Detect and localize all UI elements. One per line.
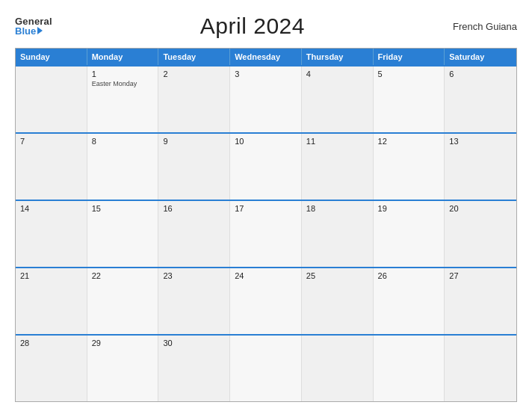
cell-w1-mon: 1 Easter Monday (87, 67, 159, 132)
day-number: 29 (92, 339, 154, 347)
cell-w1-thu: 4 (302, 67, 374, 132)
calendar-title: April 2024 (200, 13, 305, 39)
day-number: 23 (163, 271, 225, 280)
day-number: 19 (378, 204, 440, 213)
week-5: 28 29 30 (16, 334, 516, 401)
day-number: 3 (235, 69, 297, 78)
cell-w2-wed: 10 (230, 134, 302, 200)
day-number: 21 (20, 271, 82, 280)
calendar-page: General Blue April 2024 French Guiana Su… (0, 0, 532, 411)
header-thursday: Thursday (302, 49, 374, 65)
cell-w4-sat: 27 (445, 268, 516, 334)
day-number: 20 (449, 204, 512, 213)
day-number: 26 (378, 271, 440, 280)
day-number: 22 (92, 271, 154, 280)
day-number: 15 (92, 204, 154, 213)
header-friday: Friday (374, 49, 445, 65)
week-3: 14 15 16 17 18 19 20 (16, 200, 516, 267)
day-number: 4 (306, 69, 368, 78)
region-label: French Guiana (453, 21, 517, 32)
day-number: 1 (92, 69, 154, 78)
day-number: 7 (20, 137, 82, 146)
header-tuesday: Tuesday (158, 49, 230, 65)
cell-w1-wed: 3 (230, 67, 302, 132)
cell-w5-sun: 28 (16, 336, 87, 401)
cell-w4-wed: 24 (230, 268, 302, 334)
calendar-grid: Sunday Monday Tuesday Wednesday Thursday… (15, 48, 517, 402)
calendar-body: 1 Easter Monday 2 3 4 5 6 (16, 65, 516, 401)
day-number: 17 (235, 204, 297, 213)
cell-w4-fri: 26 (374, 268, 445, 334)
day-number: 5 (378, 69, 440, 78)
cell-w4-thu: 25 (302, 268, 374, 334)
day-number: 24 (235, 271, 297, 280)
day-number: 8 (92, 137, 154, 146)
cell-w4-sun: 21 (16, 268, 87, 334)
day-number: 16 (163, 204, 225, 213)
day-number: 2 (163, 69, 225, 78)
cell-w5-tue: 30 (158, 336, 230, 401)
logo-blue-area: Blue (15, 26, 43, 36)
cell-w1-sun (16, 67, 87, 132)
day-number: 6 (449, 69, 512, 78)
cell-w1-sat: 6 (445, 67, 516, 132)
day-number: 30 (163, 339, 225, 347)
day-number: 25 (306, 271, 368, 280)
logo: General Blue (15, 16, 52, 36)
cell-w2-thu: 11 (302, 134, 374, 200)
cell-w1-fri: 5 (374, 67, 445, 132)
week-4: 21 22 23 24 25 26 27 (16, 267, 516, 334)
header-sunday: Sunday (16, 49, 87, 65)
day-number: 10 (235, 137, 297, 146)
day-number: 14 (20, 204, 82, 213)
holiday-label: Easter Monday (92, 80, 154, 88)
cell-w5-wed (230, 336, 302, 401)
day-number: 13 (449, 137, 512, 146)
cell-w4-tue: 23 (158, 268, 230, 334)
cell-w2-sat: 13 (445, 134, 516, 200)
cell-w4-mon: 22 (87, 268, 159, 334)
cell-w3-sat: 20 (445, 201, 516, 267)
day-number: 18 (306, 204, 368, 213)
cell-w5-fri (374, 336, 445, 401)
day-number: 12 (378, 137, 440, 146)
cell-w5-thu (302, 336, 374, 401)
cell-w2-tue: 9 (158, 134, 230, 200)
cell-w3-thu: 18 (302, 201, 374, 267)
cell-w5-sat (445, 336, 516, 401)
calendar-header: Sunday Monday Tuesday Wednesday Thursday… (16, 49, 516, 65)
header-wednesday: Wednesday (230, 49, 302, 65)
day-number: 11 (306, 137, 368, 146)
cell-w3-tue: 16 (158, 201, 230, 267)
logo-blue-text: Blue (15, 26, 36, 36)
cell-w3-wed: 17 (230, 201, 302, 267)
logo-triangle-icon (37, 27, 43, 34)
page-header: General Blue April 2024 French Guiana (15, 13, 517, 39)
week-1: 1 Easter Monday 2 3 4 5 6 (16, 65, 516, 132)
cell-w3-fri: 19 (374, 201, 445, 267)
cell-w5-mon: 29 (87, 336, 159, 401)
header-saturday: Saturday (445, 49, 516, 65)
day-number: 9 (163, 137, 225, 146)
cell-w3-sun: 14 (16, 201, 87, 267)
cell-w2-fri: 12 (374, 134, 445, 200)
cell-w2-sun: 7 (16, 134, 87, 200)
cell-w3-mon: 15 (87, 201, 159, 267)
header-monday: Monday (87, 49, 159, 65)
week-2: 7 8 9 10 11 12 13 (16, 132, 516, 200)
cell-w1-tue: 2 (158, 67, 230, 132)
day-number: 28 (20, 339, 82, 347)
cell-w2-mon: 8 (87, 134, 159, 200)
day-number: 27 (449, 271, 512, 280)
